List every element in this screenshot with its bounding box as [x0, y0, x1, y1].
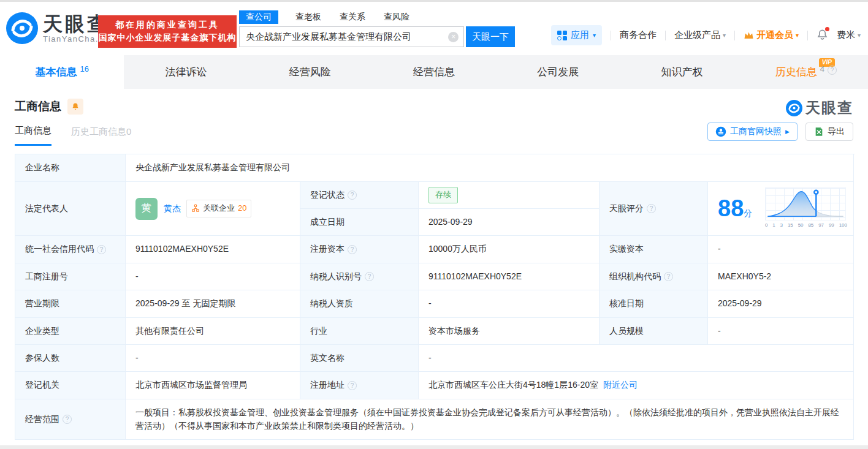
field-label-registration-number: 工商注册号 — [15, 263, 126, 290]
apps-grid-icon — [557, 31, 567, 40]
enterprise-label: 企业级产品 — [674, 29, 720, 41]
tab-label: 法律诉讼 — [165, 65, 207, 79]
field-label-company-name: 企业名称 — [15, 154, 126, 182]
tab-label: 基本信息 — [35, 65, 77, 79]
caret-down-icon: ▾ — [723, 32, 726, 39]
search-tab-company[interactable]: 查公司 — [239, 10, 278, 24]
field-value-taxpayer-id: 91110102MAEXH0Y52E — [419, 263, 600, 290]
tab-label: 公司发展 — [537, 65, 579, 79]
help-icon[interactable]: ? — [63, 415, 72, 424]
field-label-establish-date: 成立日期 — [300, 209, 419, 236]
search-tab-relation[interactable]: 查关系 — [338, 10, 367, 24]
legal-rep-avatar[interactable]: 黄 — [135, 198, 158, 220]
nearby-companies-link[interactable]: 附近公司 — [603, 379, 638, 392]
field-value-establish-date: 2025-09-29 — [419, 209, 600, 236]
username: 费米 — [837, 29, 855, 41]
legal-rep-name-link[interactable]: 黄杰 — [164, 202, 181, 216]
subtab-history-registration[interactable]: 历史工商信息0 — [71, 126, 131, 145]
field-value-taxpayer-qualification: - — [419, 290, 600, 318]
site-header: 天眼查 TianYanCha.com 都在用的商业查询工具 国家中小企业发展子基… — [0, 2, 868, 55]
field-value-tianyan-score: 88分 — [708, 182, 854, 236]
help-icon[interactable]: ? — [97, 245, 106, 254]
subtab-current-registration[interactable]: 工商信息 — [15, 125, 51, 146]
monitor-bell-button[interactable] — [67, 99, 83, 115]
help-icon[interactable]: ? — [348, 191, 357, 200]
caret-down-icon: ▾ — [593, 32, 596, 39]
field-label-credit-code: 统一社会信用代码 ? — [15, 236, 126, 263]
tab-legal-proceedings[interactable]: 法律诉讼 — [124, 55, 248, 89]
search-box: × — [239, 26, 464, 47]
search-tab-risk[interactable]: 查风险 — [383, 10, 411, 24]
tianyancha-logo-icon — [786, 100, 802, 116]
nav-open-vip[interactable]: 开通会员 ▾ — [744, 29, 799, 41]
nav-divider — [611, 31, 611, 40]
help-icon[interactable]: ? — [348, 381, 357, 390]
nav-business-cooperation[interactable]: 商务合作 — [620, 29, 657, 41]
search-tab-boss[interactable]: 查老板 — [294, 10, 322, 24]
registration-info-table: 企业名称 央企战新产业发展私募基金管理有限公司 法定代表人 黄 黄杰 — [15, 154, 855, 440]
field-value-registration-number: - — [126, 263, 300, 290]
tianyancha-watermark: 天眼查 — [786, 98, 853, 118]
page-bottom-divider — [0, 445, 868, 449]
search-button[interactable]: 天眼一下 — [466, 26, 515, 47]
status-badge: 存续 — [428, 187, 458, 203]
field-label-registered-address: 注册地址 ? — [300, 372, 419, 399]
watermark-text: 天眼查 — [805, 98, 853, 118]
help-icon[interactable]: ? — [664, 272, 673, 281]
field-value-staff-size: - — [708, 318, 854, 345]
notification-dot — [825, 27, 829, 31]
field-value-company-type: 其他有限责任公司 — [126, 318, 300, 345]
apps-label: 应用 — [571, 29, 589, 41]
field-label-insured-count: 参保人数 — [15, 345, 126, 372]
related-label: 关联企业 — [203, 202, 235, 214]
tianyancha-company-page: 天眼查 TianYanCha.com 都在用的商业查询工具 国家中小企业发展子基… — [0, 0, 868, 449]
header-nav: 应用 ▾ 商务合作 企业级产品 ▾ 开通会员 ▾ — [551, 25, 861, 45]
field-label-taxpayer-id: 纳税人识别号 ? — [300, 263, 419, 290]
field-value-industry: 资本市场服务 — [419, 318, 600, 345]
related-companies-badge[interactable]: 关联企业 20 — [186, 200, 251, 217]
field-label-industry: 行业 — [300, 318, 419, 345]
tab-history-info[interactable]: VIP 历史信息 4 ? — [744, 55, 868, 89]
field-value-registration-authority: 北京市西城区市场监督管理局 — [126, 372, 300, 399]
search-input[interactable] — [240, 27, 463, 47]
field-value-legal-representative: 黄 黄杰 关联企业 20 — [126, 182, 300, 236]
help-icon[interactable]: ? — [828, 66, 837, 75]
tab-operational-risk[interactable]: 经营风险 — [248, 55, 372, 89]
tab-basic-info[interactable]: 基本信息 16 — [0, 55, 124, 89]
company-section-tabs: 基本信息 16 法律诉讼 经营风险 经营信息 公司发展 知识产权 VIP 历史信… — [0, 55, 868, 89]
tab-count: 4 — [820, 64, 824, 74]
field-value-approval-date: 2025-09-29 — [708, 290, 854, 318]
field-value-registered-capital: 10000万人民币 — [419, 236, 600, 263]
related-network-icon — [191, 204, 200, 213]
apps-menu[interactable]: 应用 ▾ — [551, 25, 602, 45]
notifications-bell[interactable] — [817, 29, 828, 42]
tab-business-info[interactable]: 经营信息 — [372, 55, 496, 89]
field-value-english-name: - — [419, 345, 854, 372]
nav-divider — [807, 31, 808, 40]
field-value-business-scope: 一般项目：私募股权投资基金管理、创业投资基金管理服务（须在中国证券投资基金业协会… — [126, 399, 854, 440]
field-label-tianyan-score: 天眼评分 ? — [600, 182, 708, 236]
field-value-registered-address: 北京市西城区车公庄大街4号18幢1层16-20室 附近公司 — [419, 372, 854, 399]
tab-intellectual-property[interactable]: 知识产权 — [620, 55, 744, 89]
score-unit: 分 — [744, 208, 752, 218]
business-registration-section: 工商信息 天眼查 工商信息 历史工商信息0 — [0, 97, 868, 440]
vip-label: 开通会员 — [756, 29, 793, 41]
slogan-line2: 国家中小企业发展子基金旗下机构 — [99, 32, 237, 43]
field-value-insured-count: - — [126, 345, 300, 372]
stamp-icon — [715, 126, 726, 137]
field-label-staff-size: 人员规模 — [600, 318, 708, 345]
official-snapshot-button[interactable]: 工商官网快照 ▶ — [707, 123, 798, 141]
search-area: 查公司 查老板 查关系 查风险 × 天眼一下 — [239, 10, 515, 47]
score-chart-x-axis: 0131550859799100 — [765, 222, 847, 229]
user-menu[interactable]: 费米 ▾ — [837, 29, 861, 41]
brand-slogan: 都在用的商业查询工具 国家中小企业发展子基金旗下机构 — [98, 15, 237, 48]
help-icon[interactable]: ? — [647, 204, 656, 213]
field-value-company-name: 央企战新产业发展私募基金管理有限公司 — [126, 154, 854, 182]
field-label-business-scope: 经营范围 ? — [15, 399, 126, 440]
help-icon[interactable]: ? — [365, 272, 374, 281]
export-button[interactable]: 导出 — [805, 123, 853, 141]
field-label-paid-capital: 实缴资本 — [600, 236, 708, 263]
tab-company-development[interactable]: 公司发展 — [496, 55, 620, 89]
help-icon[interactable]: ? — [348, 245, 357, 254]
nav-enterprise-products[interactable]: 企业级产品 ▾ — [674, 29, 726, 41]
